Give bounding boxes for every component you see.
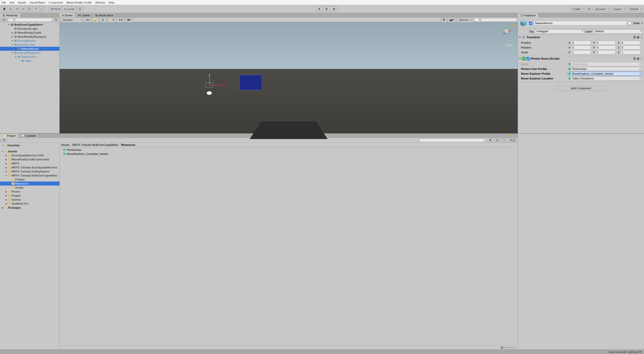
- transform-header[interactable]: ▼ Transform ⓘ⇄⋮: [518, 35, 644, 40]
- assets-root[interactable]: ▼ Assets: [0, 149, 59, 153]
- menu-gameobject[interactable]: GameObject: [30, 1, 45, 4]
- gizmos-dropdown[interactable]: Gizmos: [457, 17, 473, 22]
- create-button[interactable]: +▾: [1, 18, 7, 22]
- context-icon[interactable]: ⋮: [640, 14, 642, 17]
- custom-tool[interactable]: [39, 7, 45, 12]
- scene-search[interactable]: [474, 18, 517, 22]
- scene-viewport[interactable]: y x z 🔒 ‹ Back: [60, 22, 518, 133]
- context-icon[interactable]: ⋮: [55, 14, 58, 17]
- hierarchy-tab[interactable]: ☰ Hierarchy: [0, 13, 21, 18]
- menu-file[interactable]: File: [2, 1, 6, 4]
- filter-icon[interactable]: ❖: [487, 139, 493, 142]
- active-checkbox[interactable]: [529, 22, 532, 25]
- scene-tab[interactable]: # Scene: [60, 13, 75, 18]
- project-tree-item[interactable]: ▶ MRTK.Tutorials.GettingStarted: [0, 169, 59, 173]
- name-field[interactable]: [534, 21, 627, 25]
- menu-edit[interactable]: Edit: [10, 1, 14, 4]
- grid-toggle[interactable]: ▦▾: [125, 17, 133, 22]
- scl-x[interactable]: [571, 50, 591, 54]
- assetstore-tab[interactable]: 🛍 Asset Store: [93, 13, 116, 18]
- 2d-toggle[interactable]: 2D: [84, 17, 91, 22]
- menu-component[interactable]: Component: [49, 1, 63, 4]
- hand-tool[interactable]: [1, 7, 8, 12]
- context-icon[interactable]: ⋮: [513, 134, 516, 138]
- hierarchy-item[interactable]: Directional Light: [0, 27, 59, 31]
- hierarchy-item[interactable]: ▼TableAnchor: [0, 55, 59, 59]
- pos-x[interactable]: [571, 41, 591, 45]
- fx-toggle[interactable]: ✨▾: [107, 17, 116, 22]
- hidden-toggle[interactable]: 👁 0: [117, 17, 125, 22]
- project-tree-item[interactable]: Scripts: [0, 186, 59, 190]
- hierarchy-item[interactable]: NetworkRoom: [0, 47, 59, 51]
- user-prefab-field[interactable]: PhotonUser: [567, 67, 642, 71]
- scl-z[interactable]: [621, 50, 640, 54]
- inspector-tab[interactable]: ⓘ Inspector: [518, 13, 538, 18]
- menu-mrtk[interactable]: Mixed Reality Toolkit: [66, 1, 92, 4]
- lock-icon[interactable]: 🔒: [511, 23, 514, 26]
- sort-button[interactable]: ⇅: [53, 18, 59, 22]
- add-component-button[interactable]: Add Component: [556, 86, 606, 91]
- project-tree-item[interactable]: ▶ Scenes: [0, 198, 59, 202]
- pause-button[interactable]: [323, 7, 330, 12]
- tool-icon[interactable]: ✖: [441, 17, 447, 22]
- orientation-gizmo[interactable]: y x z 🔒: [500, 25, 513, 42]
- scene-root[interactable]: ▼ MultiUserCapabilities* ⋮: [0, 23, 59, 27]
- zoom-slider[interactable]: [501, 347, 516, 348]
- list-item[interactable]: PhotonUser: [60, 148, 517, 152]
- cloud-button[interactable]: [586, 7, 592, 12]
- tag-dropdown[interactable]: Untagged: [535, 29, 584, 33]
- lock-icon[interactable]: 🔒: [636, 14, 639, 17]
- project-tree-item[interactable]: Resources: [0, 182, 59, 186]
- scale-tool[interactable]: [20, 7, 26, 12]
- hidden-count[interactable]: 👁 16: [508, 139, 517, 142]
- project-search[interactable]: [419, 139, 485, 142]
- audio-toggle[interactable]: 🔊: [100, 17, 107, 22]
- back-button[interactable]: ‹ Back: [505, 43, 513, 47]
- project-tree-item[interactable]: Prefabs: [0, 178, 59, 182]
- project-tree-item[interactable]: ▶ MixedRealityToolkit.Generated: [0, 157, 59, 161]
- game-tab[interactable]: 🎮 Game: [75, 13, 93, 18]
- project-tree-item[interactable]: ▶ Photon: [0, 190, 59, 194]
- shaded-dropdown[interactable]: Shaded: [61, 17, 83, 22]
- hierarchy-item[interactable]: ▶MixedRealityPlayspace›: [0, 35, 59, 39]
- console-tab[interactable]: 💬 Console: [18, 134, 38, 138]
- project-tree-item[interactable]: ▶ MRTK.Tutorials.AzureSpatialAnchors: [0, 165, 59, 169]
- step-button[interactable]: [330, 7, 337, 12]
- menu-window[interactable]: Window: [95, 1, 105, 4]
- hierarchy-search[interactable]: [8, 18, 52, 22]
- layout-dropdown[interactable]: Default: [627, 7, 643, 12]
- pos-z[interactable]: [621, 41, 640, 45]
- hierarchy-item[interactable]: ▶MixedRealityToolkit›: [0, 31, 59, 35]
- hierarchy-item[interactable]: ▼DebugWindow›: [0, 39, 59, 43]
- menu-assets[interactable]: Assets: [18, 1, 26, 4]
- rect-tool[interactable]: [26, 7, 33, 12]
- transform-tool[interactable]: [33, 7, 39, 12]
- hierarchy-item[interactable]: ▼NetworkLobby›: [0, 43, 59, 47]
- account-dropdown[interactable]: Account: [593, 7, 610, 12]
- cam-icon[interactable]: 📷▾: [448, 17, 456, 22]
- photon-header[interactable]: ▼ # Photon Room (Script) ⓘ⇄⋮: [518, 56, 644, 61]
- project-tree-item[interactable]: ▶ MRTK: [0, 161, 59, 165]
- play-button[interactable]: [316, 7, 323, 12]
- crumb-current[interactable]: Resources: [121, 143, 135, 146]
- collab-dropdown[interactable]: Collab: [570, 7, 585, 12]
- layers-dropdown[interactable]: Layers: [611, 7, 626, 12]
- menu-help[interactable]: Help: [109, 1, 114, 4]
- rot-z[interactable]: [621, 46, 640, 50]
- packages-root[interactable]: ▶ Packages: [0, 206, 59, 210]
- rover-location-field[interactable]: Table (Transform): [567, 76, 642, 80]
- rot-y[interactable]: [596, 46, 616, 50]
- light-toggle[interactable]: 💡: [92, 17, 99, 22]
- context-icon[interactable]: ⋮: [513, 13, 516, 18]
- list-item[interactable]: RoverExplorer_Complete_Variant: [60, 152, 517, 156]
- move-tool[interactable]: [8, 7, 14, 12]
- crumb-folder[interactable]: MRTK.Tutorials.MultiUserCapabilities: [72, 143, 118, 146]
- scl-y[interactable]: [596, 50, 616, 54]
- lock-icon[interactable]: 🔒: [510, 134, 512, 138]
- pos-y[interactable]: [596, 41, 616, 45]
- rot-x[interactable]: [571, 46, 591, 50]
- layer-dropdown[interactable]: Default: [594, 29, 642, 33]
- project-tab[interactable]: 📁 Project: [0, 134, 18, 138]
- create-button[interactable]: +▾: [1, 139, 7, 142]
- crumb-assets[interactable]: Assets: [61, 143, 69, 146]
